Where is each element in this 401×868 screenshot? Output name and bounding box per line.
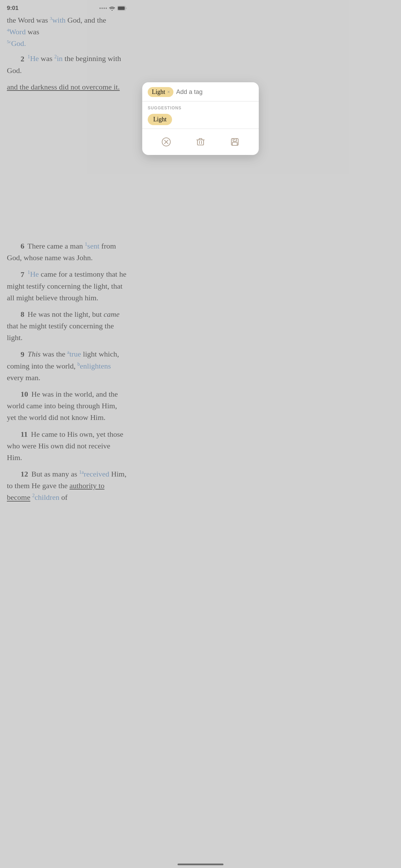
overlay-backdrop[interactable]	[0, 0, 134, 508]
